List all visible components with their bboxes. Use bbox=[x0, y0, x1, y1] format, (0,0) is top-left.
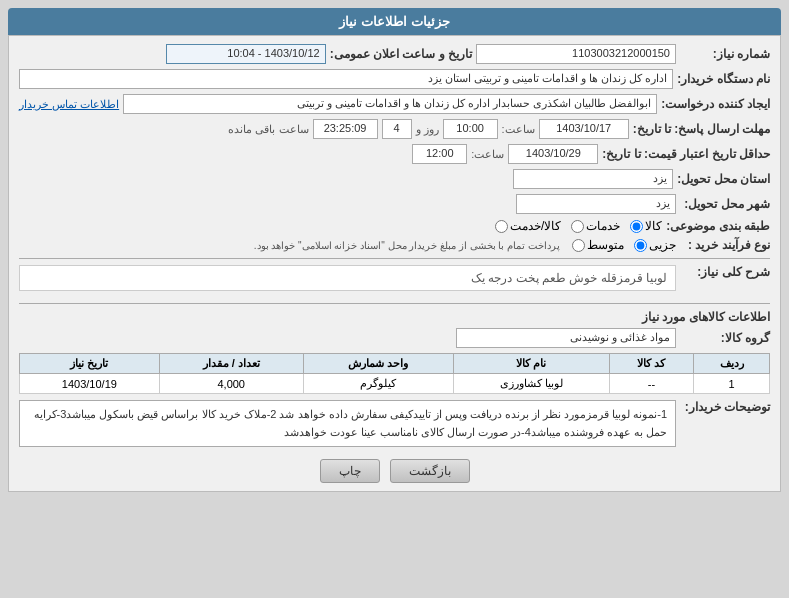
button-row: بازگشت چاپ bbox=[19, 459, 770, 483]
shahr-value: یزد bbox=[516, 194, 676, 214]
divider2 bbox=[19, 303, 770, 304]
radio-mottavaset-label: متوسط bbox=[587, 238, 624, 252]
page-title: جزئیات اطلاعات نیاز bbox=[339, 14, 449, 29]
hadeaghal-label: حداقل تاریخ اعتبار قیمت: تا تاریخ: bbox=[602, 147, 770, 161]
print-button[interactable]: چاپ bbox=[320, 459, 380, 483]
mohlet-remaining: 23:25:09 bbox=[313, 119, 378, 139]
radio-jozii-item[interactable]: جزیی bbox=[634, 238, 676, 252]
note-label: توضیحات خریدار: bbox=[680, 400, 770, 414]
table-cell: 1 bbox=[694, 374, 770, 394]
col-kod-kala: کد کالا bbox=[609, 354, 693, 374]
sharh-koli-label: شرح کلی نیاز: bbox=[680, 265, 770, 279]
note-value: 1-نمونه لوبیا قرمزمورد نظر از برنده دریا… bbox=[19, 400, 676, 447]
radio-jozii-label: جزیی bbox=[649, 238, 676, 252]
tabaghe-label: طبقه بندی موضوعی: bbox=[666, 219, 770, 233]
radio-khadamat-label: خدمات bbox=[586, 219, 620, 233]
col-vahed: واحد شمارش bbox=[303, 354, 453, 374]
tarikh-label: تاریخ و ساعت اعلان عمومی: bbox=[330, 47, 472, 61]
faraind-note: پرداخت تمام با بخشی از مبلغ خریدار محل "… bbox=[254, 240, 560, 251]
ijad-konande-label: ایجاد کننده درخواست: bbox=[661, 97, 770, 111]
col-tedad: تعداد / مقدار bbox=[159, 354, 303, 374]
tabaghe-radio-group: کالا/خدمت خدمات کالا bbox=[495, 219, 662, 233]
radio-kala-khadamat-item[interactable]: کالا/خدمت bbox=[495, 219, 561, 233]
radio-mottavaset-item[interactable]: متوسط bbox=[572, 238, 624, 252]
hadeaghal-saat: 12:00 bbox=[412, 144, 467, 164]
info-title: اطلاعات کالاهای مورد نیاز bbox=[19, 310, 770, 324]
shomara-niaz-value: 1103003212000150 bbox=[476, 44, 676, 64]
shomara-niaz-label: شماره نیاز: bbox=[680, 47, 770, 61]
hadeaghal-saat-label: ساعت: bbox=[471, 148, 504, 161]
col-radif: ردیف bbox=[694, 354, 770, 374]
mohlet-rooz-label: روز و bbox=[416, 123, 439, 136]
col-nam-kala: نام کالا bbox=[453, 354, 609, 374]
group-kala-label: گروه کالا: bbox=[680, 331, 770, 345]
mohlet-saat-label: ساعت: bbox=[502, 123, 535, 136]
table-row: 1--لوبیا کشاورزیکیلوگرم4,0001403/10/19 bbox=[20, 374, 770, 394]
page-header: جزئیات اطلاعات نیاز bbox=[8, 8, 781, 35]
back-button[interactable]: بازگشت bbox=[390, 459, 470, 483]
mohlet-saat: 10:00 bbox=[443, 119, 498, 139]
table-cell: لوبیا کشاورزی bbox=[453, 374, 609, 394]
nooe-faraind-label: نوع فرآیند خرید : bbox=[680, 238, 770, 252]
table-cell: 1403/10/19 bbox=[20, 374, 160, 394]
mohlet-remaining-label: ساعت باقی مانده bbox=[228, 123, 308, 136]
shahr-label: شهر محل تحویل: bbox=[680, 197, 770, 211]
ijad-konande-value: ابوالفضل طالبیان اشکذری حسابدار اداره کل… bbox=[123, 94, 657, 114]
sharh-koli-value: لوبیا قرمزقله خوش طعم پخت درجه یک bbox=[19, 265, 676, 291]
divider1 bbox=[19, 258, 770, 259]
mohlet-rooz: 4 bbox=[382, 119, 412, 139]
mohlet-ersal-date: 1403/10/17 bbox=[539, 119, 629, 139]
radio-jozii[interactable] bbox=[634, 239, 647, 252]
contact-link[interactable]: اطلاعات تماس خریدار bbox=[19, 98, 119, 111]
mohlet-ersal-label: مهلت ارسال پاسخ: تا تاریخ: bbox=[633, 122, 770, 136]
radio-kala-khadamat[interactable] bbox=[495, 220, 508, 233]
radio-khadamat-item[interactable]: خدمات bbox=[571, 219, 620, 233]
ostan-label: استان محل تحویل: bbox=[677, 172, 770, 186]
ostan-value: یزد bbox=[513, 169, 673, 189]
goods-table: ردیف کد کالا نام کالا واحد شمارش تعداد /… bbox=[19, 353, 770, 394]
group-kala-value: مواد غذائی و نوشیدنی bbox=[456, 328, 676, 348]
radio-kala[interactable] bbox=[630, 220, 643, 233]
radio-kala-khadamat-label: کالا/خدمت bbox=[510, 219, 561, 233]
table-cell: 4,000 bbox=[159, 374, 303, 394]
radio-kala-item[interactable]: کالا bbox=[630, 219, 662, 233]
faraind-radio-group: متوسط جزیی bbox=[572, 238, 676, 252]
radio-khadamat[interactable] bbox=[571, 220, 584, 233]
tarikh-value: 1403/10/12 - 10:04 bbox=[166, 44, 326, 64]
table-cell: کیلوگرم bbox=[303, 374, 453, 394]
radio-mottavaset[interactable] bbox=[572, 239, 585, 252]
nam-dastgah-value: اداره کل زندان ها و اقدامات تامینی و ترب… bbox=[19, 69, 673, 89]
hadeaghal-date: 1403/10/29 bbox=[508, 144, 598, 164]
table-cell: -- bbox=[609, 374, 693, 394]
nam-dastgah-label: نام دستگاه خریدار: bbox=[677, 72, 770, 86]
col-tarikh: تاریخ نیاز bbox=[20, 354, 160, 374]
radio-kala-label: کالا bbox=[645, 219, 662, 233]
